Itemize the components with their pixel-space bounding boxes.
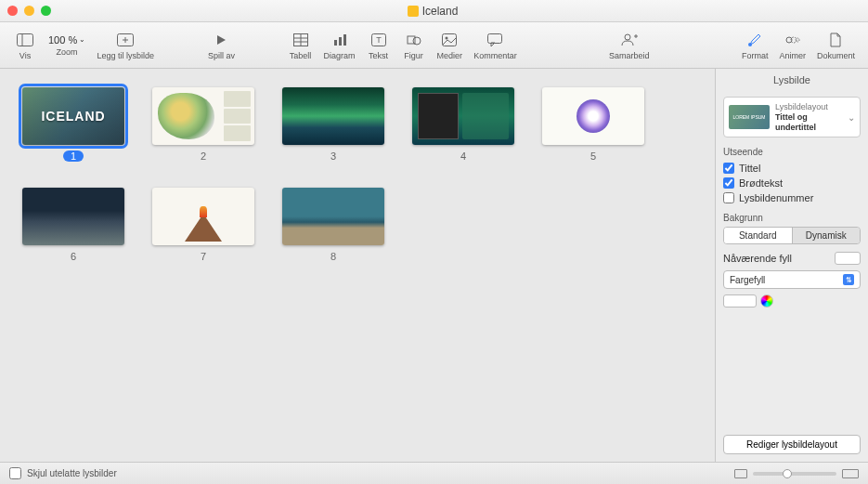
slide-thumbnail-5[interactable]: 5 [542,87,644,162]
text-label: Tekst [369,51,388,60]
slide-thumbnail-2[interactable]: 2 [152,87,254,162]
slide-number: 2 [201,150,206,162]
slide-thumbnail-7[interactable]: 7 [152,188,254,262]
hide-skipped-checkbox[interactable] [9,467,21,479]
shape-icon [405,31,423,49]
comment-icon [486,31,504,49]
slide-thumbnail-4[interactable]: 4 [412,87,514,162]
animate-icon [784,31,802,49]
slide-1-title: ICELAND [41,109,105,124]
media-button[interactable]: Medier [434,24,467,67]
titlebar: Iceland [0,0,868,22]
view-mode-icon[interactable] [734,469,747,478]
document-button[interactable]: Dokument [813,24,859,67]
bottom-bar: Skjul utelatte lysbilder [0,462,868,484]
inspector-panel: Lysbilde LOREM IPSUM Lysbildelayout Titt… [715,69,868,462]
slide-number: 5 [590,150,596,162]
title-checkbox-row[interactable]: Tittel [723,161,861,176]
slide-thumbnail-8[interactable]: 8 [282,188,384,262]
zoom-button[interactable]: 100 %⌄ Zoom [45,24,89,67]
fill-type-value: Fargefyll [730,275,765,285]
add-slide-label: Legg til lysbilde [97,51,154,60]
fill-color-row [723,294,861,307]
slidenumber-checkbox[interactable] [723,192,734,203]
document-title: Iceland [51,5,814,18]
light-table-view[interactable]: ICELAND 1 2 3 4 5 6 7 8 [0,69,715,462]
slide-layout-selector[interactable]: LOREM IPSUM Lysbildelayout Tittel og und… [723,97,861,137]
minimize-button[interactable] [24,6,34,16]
current-fill-swatch[interactable] [835,252,861,265]
text-icon: T [369,31,388,49]
svg-text:T: T [376,35,382,45]
title-checkbox[interactable] [723,163,734,174]
seg-dynamic[interactable]: Dynamisk [792,228,861,243]
slide-number: 6 [71,251,76,262]
table-button[interactable]: Tabell [285,24,317,67]
svg-rect-11 [339,37,342,46]
background-mode-segmented[interactable]: Standard Dynamisk [723,227,861,244]
color-wheel-button[interactable] [760,294,773,307]
brush-icon [745,31,764,49]
format-label: Format [742,51,769,60]
layout-label: Lysbildelayout [775,102,842,112]
add-slide-button[interactable]: Legg til lysbilde [93,24,158,67]
slide-number: 8 [330,251,336,262]
view-label: Vis [19,51,31,60]
play-icon [212,31,230,49]
seg-standard[interactable]: Standard [724,228,792,243]
svg-point-18 [446,36,448,39]
background-section-label: Bakgrunn [723,213,861,223]
slider-knob[interactable] [783,469,792,478]
hide-skipped-label: Skjul utelatte lysbilder [27,468,117,478]
inspector-title: Lysbilde [716,69,868,91]
comment-button[interactable]: Kommentar [470,24,521,67]
body-checkbox[interactable] [723,177,734,189]
media-label: Medier [437,51,463,60]
title-checkbox-label: Tittel [739,163,760,174]
svg-rect-0 [18,33,33,46]
play-button[interactable]: Spill av [204,24,239,67]
slide-thumbnail-6[interactable]: 6 [22,188,124,262]
fullscreen-button[interactable] [41,6,51,16]
zoom-value: 100 %⌄ [48,34,85,46]
thumbnail-zoom-slider[interactable] [753,472,836,476]
slide-thumbnail-1[interactable]: ICELAND 1 [22,87,124,162]
slide-number: 1 [63,150,84,162]
table-label: Tabell [290,51,312,60]
slidenumber-checkbox-row[interactable]: Lysbildenummer [723,190,861,205]
svg-point-21 [625,34,630,40]
slide-number: 4 [460,150,466,162]
shape-button[interactable]: Figur [398,24,430,67]
animate-button[interactable]: Animer [775,24,810,67]
layout-value: Tittel og undertittel [775,112,842,133]
shape-label: Figur [404,51,423,60]
collaborate-button[interactable]: Samarbeid [605,24,654,67]
document-title-text: Iceland [422,5,459,18]
svg-rect-10 [334,40,337,46]
body-checkbox-row[interactable]: Brødtekst [723,176,861,190]
window-controls [7,6,51,16]
text-button[interactable]: T Tekst [363,24,395,67]
fill-type-select[interactable]: Fargefyll ⇅ [723,270,861,289]
layout-thumbnail-icon: LOREM IPSUM [729,105,770,129]
document-label: Dokument [817,51,855,60]
main-area: ICELAND 1 2 3 4 5 6 7 8 [0,69,868,462]
chevron-down-icon: ⌄ [848,112,855,123]
updown-icon: ⇅ [843,274,854,285]
view-mode-large-icon[interactable] [842,469,859,478]
format-button[interactable]: Format [738,24,772,67]
view-button[interactable]: Vis [9,24,41,67]
collaborate-label: Samarbeid [609,51,650,60]
edit-slide-layout-button[interactable]: Rediger lysbildelayout [723,435,861,454]
sidebar-icon [16,31,34,49]
close-button[interactable] [7,6,18,16]
chart-label: Diagram [324,51,356,60]
layout-text: Lysbildelayout Tittel og undertittel [775,102,842,132]
table-icon [291,31,310,49]
appearance-section-label: Utseende [723,147,861,157]
fill-color-swatch[interactable] [723,294,757,307]
slidenumber-checkbox-label: Lysbildenummer [739,192,813,203]
chart-button[interactable]: Diagram [320,24,359,67]
current-fill-row: Nåværende fyll [723,252,861,265]
slide-thumbnail-3[interactable]: 3 [282,87,384,162]
